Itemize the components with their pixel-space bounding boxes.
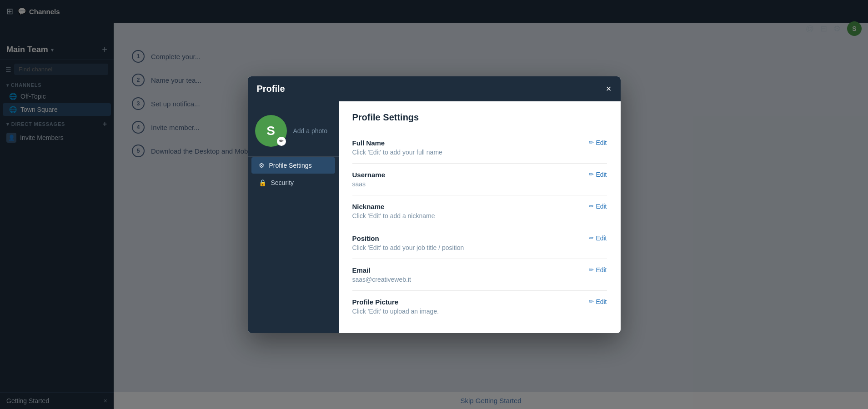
edit-button-profile-picture[interactable]: ✏ Edit xyxy=(589,298,607,305)
pencil-icon: ✏ xyxy=(589,266,594,273)
field-label-1: Username xyxy=(352,171,386,179)
profile-field-username: Username saas ✏ Edit xyxy=(352,164,607,195)
edit-button-nickname[interactable]: ✏ Edit xyxy=(589,203,607,210)
field-value-1: saas xyxy=(352,180,386,188)
edit-button-username[interactable]: ✏ Edit xyxy=(589,171,607,178)
avatar-edit-icon: ✏ xyxy=(277,137,286,146)
field-label-5: Profile Picture xyxy=(352,298,439,306)
pencil-icon: ✏ xyxy=(589,139,594,146)
profile-field-nickname: Nickname Click 'Edit' to add a nickname … xyxy=(352,195,607,227)
modal-title: Profile xyxy=(257,84,285,94)
field-value-0: Click 'Edit' to add your full name xyxy=(352,149,442,156)
modal-header: Profile × xyxy=(248,76,621,101)
profile-modal: Profile × S ✏ Add a photo ⚙ Profile Sett… xyxy=(248,76,621,333)
profile-field-position: Position Click 'Edit' to add your job ti… xyxy=(352,227,607,259)
modal-sidebar-security[interactable]: 🔒 Security xyxy=(251,175,335,191)
profile-settings-label: Profile Settings xyxy=(269,162,312,169)
pencil-icon: ✏ xyxy=(589,203,594,209)
photo-area: S ✏ Add a photo xyxy=(248,106,339,156)
profile-settings-title: Profile Settings xyxy=(352,112,607,123)
profile-field-profile-picture: Profile Picture Click 'Edit' to upload a… xyxy=(352,291,607,322)
edit-button-full-name[interactable]: ✏ Edit xyxy=(589,139,607,146)
add-photo-label: Add a photo xyxy=(293,127,328,135)
field-label-3: Position xyxy=(352,234,464,242)
field-value-2: Click 'Edit' to add a nickname xyxy=(352,212,435,219)
edit-button-email[interactable]: ✏ Edit xyxy=(589,266,607,274)
settings-gear-icon: ⚙ xyxy=(259,162,265,169)
profile-fields: Full Name Click 'Edit' to add your full … xyxy=(352,132,607,322)
profile-field-full-name: Full Name Click 'Edit' to add your full … xyxy=(352,132,607,164)
field-label-2: Nickname xyxy=(352,203,435,210)
field-value-3: Click 'Edit' to add your job title / pos… xyxy=(352,244,464,251)
modal-body: S ✏ Add a photo ⚙ Profile Settings 🔒 Sec… xyxy=(248,101,621,333)
modal-close-button[interactable]: × xyxy=(606,84,612,94)
profile-field-email: Email saas@creativeweb.it ✏ Edit xyxy=(352,259,607,291)
modal-sidebar-profile-settings[interactable]: ⚙ Profile Settings xyxy=(251,157,335,174)
modal-content-area: Profile Settings Full Name Click 'Edit' … xyxy=(339,101,621,333)
pencil-icon: ✏ xyxy=(589,171,594,178)
field-label-0: Full Name xyxy=(352,139,442,147)
security-label: Security xyxy=(271,179,294,186)
field-label-4: Email xyxy=(352,266,411,274)
pencil-icon: ✏ xyxy=(589,298,594,305)
profile-avatar[interactable]: S ✏ xyxy=(255,115,287,147)
field-value-5: Click 'Edit' to upload an image. xyxy=(352,308,439,315)
pencil-icon: ✏ xyxy=(589,234,594,241)
edit-button-position[interactable]: ✏ Edit xyxy=(589,234,607,242)
modal-overlay[interactable]: Profile × S ✏ Add a photo ⚙ Profile Sett… xyxy=(0,0,868,409)
modal-sidebar: S ✏ Add a photo ⚙ Profile Settings 🔒 Sec… xyxy=(248,101,339,333)
security-lock-icon: 🔒 xyxy=(259,179,266,186)
field-value-4: saas@creativeweb.it xyxy=(352,276,411,283)
